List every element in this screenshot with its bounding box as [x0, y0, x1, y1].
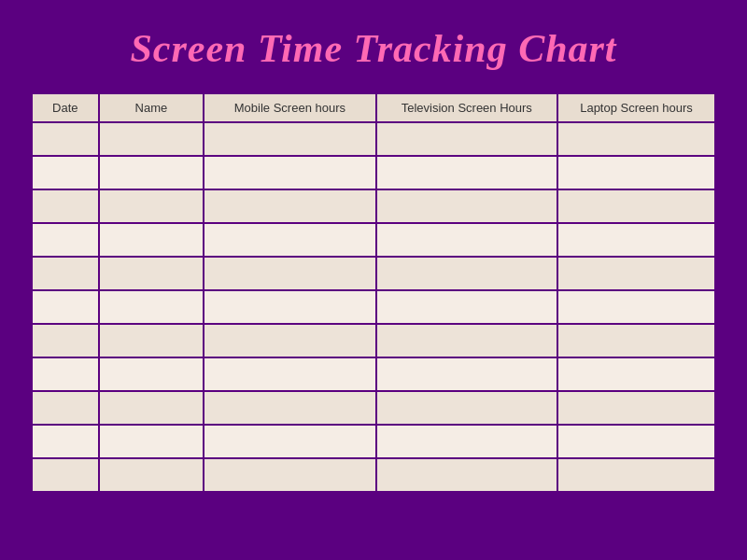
- table-cell[interactable]: [204, 156, 375, 189]
- table-cell[interactable]: [204, 324, 375, 357]
- table-cell[interactable]: [557, 324, 715, 357]
- table-cell[interactable]: [204, 290, 375, 324]
- table-cell[interactable]: [99, 391, 204, 425]
- table-cell[interactable]: [204, 458, 375, 492]
- table-cell[interactable]: [99, 357, 204, 391]
- table-cell[interactable]: [376, 324, 558, 357]
- table-row: [32, 357, 715, 391]
- table-cell[interactable]: [32, 458, 99, 492]
- table-cell[interactable]: [204, 391, 375, 425]
- table-cell[interactable]: [376, 257, 558, 290]
- table-cell[interactable]: [99, 324, 204, 357]
- table-cell[interactable]: [32, 324, 99, 357]
- page-title: Screen Time Tracking Chart: [130, 26, 616, 71]
- table-cell[interactable]: [557, 223, 715, 257]
- table-cell[interactable]: [99, 122, 204, 156]
- table-cell[interactable]: [376, 223, 558, 257]
- table-cell[interactable]: [376, 122, 558, 156]
- table-cell[interactable]: [376, 357, 558, 391]
- table-cell[interactable]: [32, 156, 99, 189]
- table-cell[interactable]: [376, 156, 558, 189]
- table-cell[interactable]: [99, 257, 204, 290]
- table-cell[interactable]: [99, 223, 204, 257]
- col-header-mobile: Mobile Screen hours: [204, 93, 375, 122]
- table-cell[interactable]: [557, 357, 715, 391]
- tracking-table-container: Date Name Mobile Screen hours Television…: [28, 90, 719, 496]
- table-cell[interactable]: [557, 425, 715, 458]
- table-row: [32, 223, 715, 257]
- table-header-row: Date Name Mobile Screen hours Television…: [32, 93, 715, 122]
- table-cell[interactable]: [204, 189, 375, 223]
- tracking-table: Date Name Mobile Screen hours Television…: [31, 92, 716, 493]
- table-cell[interactable]: [99, 189, 204, 223]
- table-cell[interactable]: [557, 257, 715, 290]
- table-cell[interactable]: [204, 122, 375, 156]
- col-header-date: Date: [32, 93, 99, 122]
- table-cell[interactable]: [557, 391, 715, 425]
- table-cell[interactable]: [204, 223, 375, 257]
- table-cell[interactable]: [557, 458, 715, 492]
- table-cell[interactable]: [99, 156, 204, 189]
- table-cell[interactable]: [557, 189, 715, 223]
- table-cell[interactable]: [32, 257, 99, 290]
- table-cell[interactable]: [376, 458, 558, 492]
- table-row: [32, 189, 715, 223]
- table-row: [32, 391, 715, 425]
- table-row: [32, 425, 715, 458]
- table-cell[interactable]: [204, 357, 375, 391]
- table-cell[interactable]: [32, 357, 99, 391]
- table-cell[interactable]: [99, 290, 204, 324]
- table-cell[interactable]: [32, 189, 99, 223]
- table-row: [32, 458, 715, 492]
- table-row: [32, 156, 715, 189]
- table-cell[interactable]: [32, 223, 99, 257]
- table-row: [32, 290, 715, 324]
- table-cell[interactable]: [99, 425, 204, 458]
- col-header-tv: Television Screen Hours: [376, 93, 558, 122]
- table-cell[interactable]: [557, 156, 715, 189]
- table-cell[interactable]: [376, 290, 558, 324]
- table-row: [32, 257, 715, 290]
- table-cell[interactable]: [32, 425, 99, 458]
- table-cell[interactable]: [204, 425, 375, 458]
- table-cell[interactable]: [557, 122, 715, 156]
- table-cell[interactable]: [32, 290, 99, 324]
- table-cell[interactable]: [99, 458, 204, 492]
- col-header-name: Name: [99, 93, 204, 122]
- table-cell[interactable]: [557, 290, 715, 324]
- table-cell[interactable]: [204, 257, 375, 290]
- table-cell[interactable]: [376, 189, 558, 223]
- table-cell[interactable]: [376, 425, 558, 458]
- table-cell[interactable]: [376, 391, 558, 425]
- table-row: [32, 324, 715, 357]
- table-cell[interactable]: [32, 122, 99, 156]
- col-header-laptop: Laptop Screen hours: [557, 93, 715, 122]
- table-cell[interactable]: [32, 391, 99, 425]
- table-row: [32, 122, 715, 156]
